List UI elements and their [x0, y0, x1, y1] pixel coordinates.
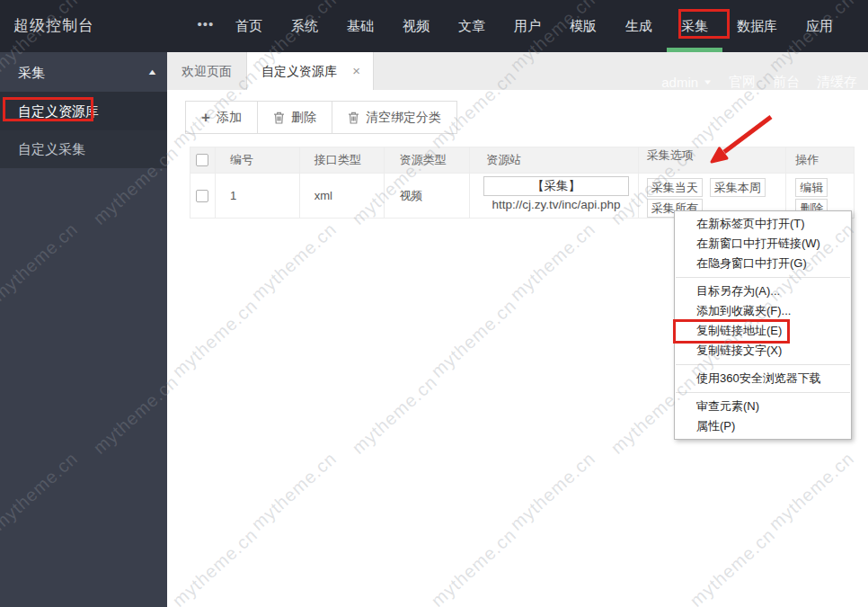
menu-item-open-incognito[interactable]: 在隐身窗口中打开(G) [675, 254, 851, 273]
toolbar: + 添加 删除 清空绑定分类 [185, 101, 457, 134]
sidebar-group-label: 采集 [18, 52, 45, 93]
menu-item-download-with-360[interactable]: 使用360安全浏览器下载 [675, 369, 851, 388]
menu-item-copy-link-text[interactable]: 复制链接文字(X) [675, 341, 851, 361]
context-menu: 在新标签页中打开(T) 在新窗口中打开链接(W) 在隐身窗口中打开(G) 目标另… [674, 210, 852, 440]
collapse-arrow-icon: ▲ [146, 52, 157, 93]
link-official-site[interactable]: 官网 [729, 74, 756, 91]
nav-item-collect[interactable]: 采集 [667, 0, 722, 52]
menu-item-copy-link-address[interactable]: 复制链接地址(E) [675, 321, 851, 341]
sidebar-submenu: 自定义资源库 自定义采集 [0, 93, 167, 168]
col-header-api-type: 接口类型 [300, 147, 385, 173]
cell-site: 【采集】 http://cj.zy.tv/inc/api.php [470, 174, 638, 218]
nav-item-article[interactable]: 文章 [444, 0, 500, 52]
menu-separator [676, 392, 850, 393]
site-name-link[interactable]: 【采集】 [483, 176, 629, 196]
col-header-site: 资源站 [470, 147, 638, 173]
nav-item-system[interactable]: 系统 [277, 0, 332, 52]
menu-separator [676, 364, 850, 365]
tab-welcome[interactable]: 欢迎页面 [167, 52, 247, 90]
username: admin [661, 75, 698, 90]
dropdown-arrow-icon: ▼ [703, 78, 713, 86]
menu-item-save-target-as[interactable]: 目标另存为(A)... [675, 281, 851, 301]
nav-item-generate[interactable]: 生成 [611, 0, 667, 52]
nav-item-template[interactable]: 模版 [555, 0, 611, 52]
collect-today-button[interactable]: 采集当天 [647, 178, 703, 197]
clear-binding-button[interactable]: 清空绑定分类 [332, 101, 457, 134]
collect-week-button[interactable]: 采集本周 [710, 178, 766, 197]
site-url: http://cj.zy.tv/inc/api.php [492, 198, 620, 211]
link-frontend[interactable]: 前台 [773, 74, 800, 91]
trash-icon [273, 112, 285, 124]
tab-bar: 欢迎页面 自定义资源库 × admin ▼ 官网 前台 清缓存 [167, 52, 868, 90]
sidebar-item-custom-resource-lib[interactable]: 自定义资源库 [0, 93, 167, 130]
nav-item-app[interactable]: 应用 [792, 0, 847, 52]
top-nav-list: 首页 系统 基础 视频 文章 用户 模版 生成 采集 数据库 应用 [221, 0, 847, 52]
cell-res-type: 视频 [385, 174, 470, 218]
menu-item-add-to-favorites[interactable]: 添加到收藏夹(F)... [675, 301, 851, 321]
trash-icon [348, 112, 359, 124]
col-header-options: 采集选项 [639, 147, 787, 173]
menu-separator [676, 277, 850, 278]
sidebar-group-collect[interactable]: 采集 ▲ [0, 52, 167, 93]
cell-api-type: xml [300, 174, 385, 218]
menu-item-open-new-tab[interactable]: 在新标签页中打开(T) [675, 214, 851, 234]
add-button[interactable]: + 添加 [185, 101, 257, 134]
header-right: admin ▼ 官网 前台 清缓存 [661, 73, 857, 91]
nav-item-user[interactable]: 用户 [500, 0, 555, 52]
table-header-row: 编号 接口类型 资源类型 资源站 采集选项 操作 [190, 147, 854, 174]
menu-item-open-new-window[interactable]: 在新窗口中打开链接(W) [675, 234, 851, 254]
col-header-res-type: 资源类型 [385, 147, 470, 173]
delete-button[interactable]: 删除 [257, 101, 332, 134]
nav-item-home[interactable]: 首页 [221, 0, 277, 52]
nav-item-database[interactable]: 数据库 [722, 0, 792, 52]
nav-item-basic[interactable]: 基础 [332, 0, 388, 52]
menu-item-properties[interactable]: 属性(P) [675, 416, 851, 436]
tab-custom-resource-lib[interactable]: 自定义资源库 × [247, 52, 374, 90]
row-checkbox[interactable] [196, 190, 208, 202]
more-icon[interactable]: ••• [190, 0, 221, 52]
link-clear-cache[interactable]: 清缓存 [817, 74, 857, 91]
plus-icon: + [201, 110, 210, 125]
tab-close-icon[interactable]: × [352, 52, 360, 90]
tab-label: 自定义资源库 [261, 64, 337, 78]
top-navbar: 超级控制台 ••• 首页 系统 基础 视频 文章 用户 模版 生成 采集 数据库… [0, 0, 868, 52]
user-menu[interactable]: admin ▼ [661, 75, 712, 90]
cell-id: 1 [216, 174, 300, 218]
select-all-checkbox[interactable] [196, 154, 208, 166]
sidebar-item-custom-collect[interactable]: 自定义采集 [0, 130, 167, 168]
sidebar: 采集 ▲ 自定义资源库 自定义采集 [0, 52, 167, 607]
menu-item-inspect-element[interactable]: 审查元素(N) [675, 397, 851, 416]
col-header-actions: 操作 [786, 147, 854, 173]
resource-table: 编号 接口类型 资源类型 资源站 采集选项 操作 1 xml 视频 【采集】 h… [190, 147, 855, 219]
edit-button[interactable]: 编辑 [795, 178, 828, 197]
app-title: 超级控制台 [0, 0, 167, 52]
nav-item-video[interactable]: 视频 [388, 0, 444, 52]
col-header-id: 编号 [216, 147, 300, 173]
